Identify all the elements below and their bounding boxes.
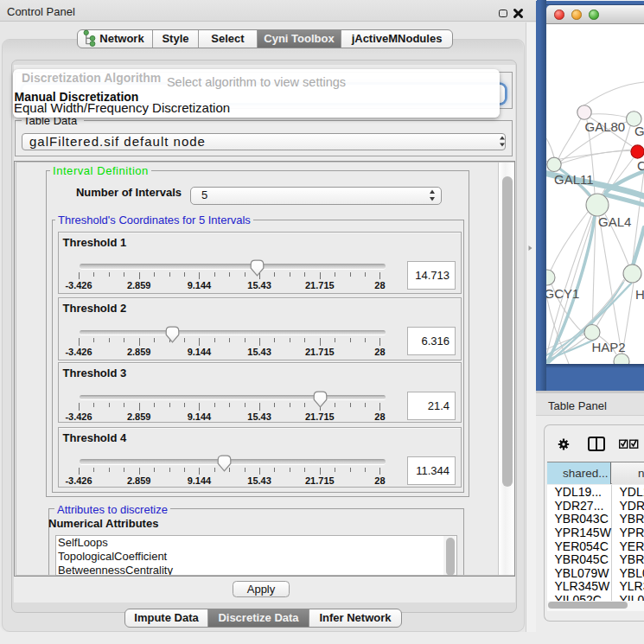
svg-text:H: H bbox=[635, 287, 644, 302]
svg-text:GAL4: GAL4 bbox=[598, 214, 631, 229]
svg-text:GCY1: GCY1 bbox=[546, 286, 579, 301]
svg-text:GA: GA bbox=[634, 124, 644, 138]
svg-text:HAP2: HAP2 bbox=[592, 340, 626, 354]
svg-text:GAL80: GAL80 bbox=[585, 119, 626, 134]
svg-text:GAL11: GAL11 bbox=[554, 172, 594, 187]
svg-text:C: C bbox=[637, 158, 644, 173]
